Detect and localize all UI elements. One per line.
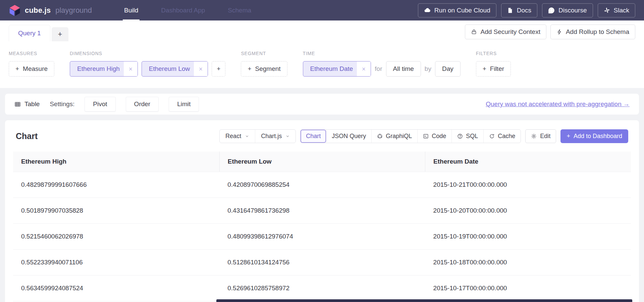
- docs-button[interactable]: Docs: [501, 3, 537, 17]
- brand-suffix: playground: [55, 6, 92, 15]
- granularity-select[interactable]: Day: [435, 61, 461, 77]
- result-views-group: Chart JSON Query GraphiQL: [300, 129, 521, 143]
- by-label: by: [425, 65, 431, 73]
- nav-button-label: Slack: [614, 7, 629, 14]
- dimensions-label: DIMENSIONS: [70, 51, 225, 56]
- select-value: Chart.js: [261, 133, 282, 140]
- table-cell: 2015-10-21T00:00:00.000: [425, 172, 631, 198]
- edit-button[interactable]: Edit: [525, 129, 556, 143]
- nav-actions: Run on Cube Cloud Docs Discourse: [418, 0, 635, 20]
- gear-icon: [531, 133, 537, 139]
- button-label: Add Rollup to Schema: [566, 28, 629, 36]
- add-to-dashboard-button[interactable]: + Add to Dashboard: [560, 129, 628, 143]
- date-range-select[interactable]: All time: [386, 61, 421, 77]
- column-header-ethereum-low[interactable]: Ethereum Low: [219, 152, 425, 172]
- nav-tab-label: Schema: [228, 7, 251, 14]
- query-tab-1[interactable]: Query 1: [9, 25, 50, 41]
- time-chip-ethereum-date[interactable]: Ethereum Date: [303, 61, 371, 77]
- limit-button[interactable]: Limit: [169, 97, 199, 112]
- brand: cube.js playground: [9, 0, 92, 20]
- query-tab-label: Query 1: [18, 30, 41, 37]
- view-tab-sql[interactable]: SQL: [451, 130, 483, 143]
- table-header-row: Ethereum High Ethereum Low Ethereum Date: [13, 152, 631, 172]
- button-label: Limit: [177, 100, 191, 107]
- discourse-button[interactable]: Discourse: [542, 3, 593, 17]
- run-on-cube-cloud-button[interactable]: Run on Cube Cloud: [418, 3, 496, 17]
- lock-icon: [471, 29, 477, 35]
- nav-tab-dashboard-app[interactable]: Dashboard App: [160, 0, 206, 20]
- dimension-chip-ethereum-high[interactable]: Ethereum High: [70, 61, 138, 77]
- table-cell: 2015-10-17T00:00:00.000: [425, 275, 631, 301]
- plus-icon: +: [15, 65, 19, 73]
- filters-group: FILTERS + Filter: [476, 51, 511, 77]
- segment-group: SEGMENT + Segment: [241, 51, 287, 77]
- close-icon[interactable]: [124, 61, 138, 76]
- add-measure-button[interactable]: + Measure: [9, 61, 54, 77]
- chart-toolbar: React Chart.js Chart JSON Query: [219, 129, 628, 143]
- settings-label: Settings:: [50, 100, 74, 108]
- add-security-context-button[interactable]: Add Security Context: [465, 25, 546, 39]
- column-header-ethereum-high[interactable]: Ethereum High: [13, 152, 219, 172]
- measures-group: MEASURES + Measure: [9, 51, 54, 77]
- plus-icon: +: [58, 30, 62, 38]
- view-tab-label: SQL: [466, 133, 478, 140]
- view-tab-code[interactable]: Code: [417, 130, 451, 143]
- button-label: Filter: [490, 65, 504, 73]
- refresh-icon: [489, 133, 495, 139]
- add-rollup-to-schema-button[interactable]: Add Rollup to Schema: [550, 25, 635, 39]
- table-cell: 2015-10-18T00:00:00.000: [425, 250, 631, 275]
- view-tab-graphiql[interactable]: GraphiQL: [371, 130, 417, 143]
- bottom-cutoff-bar: [216, 299, 632, 302]
- button-label: Add to Dashboard: [574, 133, 622, 140]
- close-icon[interactable]: [194, 61, 208, 76]
- nav-tab-label: Build: [124, 7, 138, 14]
- framework-select[interactable]: React: [220, 130, 255, 143]
- add-dimension-button[interactable]: +: [212, 61, 225, 77]
- dimension-chip-ethereum-low[interactable]: Ethereum Low: [142, 61, 208, 77]
- table-cell: 2015-10-20T00:00:00.000: [425, 198, 631, 224]
- table-cell: 0.5269610285758972: [219, 275, 425, 301]
- builder-panel: Query 1 + Add Security Context: [0, 20, 644, 88]
- chevron-down-icon: [245, 134, 249, 138]
- preaggregation-link[interactable]: Query was not accelerated with pre-aggre…: [486, 100, 630, 108]
- view-tab-cache[interactable]: Cache: [483, 130, 521, 143]
- view-tab-chart[interactable]: Chart: [301, 130, 326, 143]
- table-mode-toggle[interactable]: Table: [14, 100, 40, 108]
- plus-icon: +: [217, 65, 220, 73]
- button-label: Measure: [23, 65, 48, 73]
- time-group: TIME Ethereum Date for All time by Day: [303, 51, 461, 77]
- table-mode-label: Table: [24, 100, 40, 108]
- lightning-icon: [556, 29, 562, 35]
- dimensions-group: DIMENSIONS Ethereum High Ethereum Low: [70, 51, 225, 77]
- view-tab-label: Chart: [306, 133, 321, 140]
- table-row: 0.482987999916076660.4208970069885254201…: [13, 172, 631, 198]
- discourse-icon: [548, 7, 555, 14]
- view-tab-json-query[interactable]: JSON Query: [326, 130, 371, 143]
- slack-button[interactable]: Slack: [598, 3, 635, 17]
- nav-tab-schema[interactable]: Schema: [226, 0, 253, 20]
- close-icon[interactable]: [357, 61, 371, 76]
- nav-tab-build[interactable]: Build: [123, 0, 140, 20]
- chip-label: Ethereum High: [70, 61, 124, 76]
- select-value: React: [225, 133, 241, 140]
- chevron-down-icon: [285, 134, 290, 138]
- charting-library-select[interactable]: Chart.js: [255, 130, 296, 143]
- button-label: Segment: [255, 65, 281, 73]
- framework-library-selects: React Chart.js: [219, 129, 296, 143]
- view-tab-label: Cache: [498, 133, 515, 140]
- button-label: Edit: [540, 133, 550, 140]
- pivot-button[interactable]: Pivot: [85, 97, 115, 112]
- button-label: Order: [134, 100, 151, 107]
- nav-button-label: Run on Cube Cloud: [434, 7, 490, 14]
- add-segment-button[interactable]: + Segment: [241, 61, 287, 77]
- terminal-icon: [423, 133, 429, 139]
- add-filter-button[interactable]: + Filter: [476, 61, 511, 77]
- chart-header: Chart React Chart.js Chart: [5, 120, 639, 152]
- order-button[interactable]: Order: [126, 97, 159, 112]
- column-header-ethereum-date[interactable]: Ethereum Date: [425, 152, 631, 172]
- view-tab-label: GraphiQL: [386, 133, 412, 140]
- table-cell: 2015-10-19T00:00:00.000: [425, 224, 631, 250]
- results-table-wrap: Ethereum High Ethereum Low Ethereum Date…: [5, 152, 639, 301]
- add-query-tab-button[interactable]: +: [52, 27, 69, 41]
- tab-actions: Add Security Context Add Rollup to Schem…: [465, 25, 635, 41]
